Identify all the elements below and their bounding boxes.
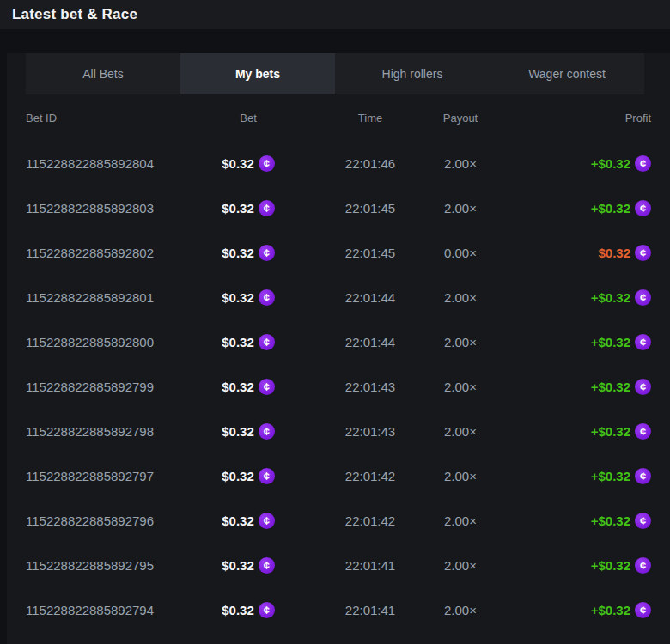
profit-amount: +$0.32: [591, 603, 630, 617]
coin-icon: ¢: [259, 468, 275, 484]
coin-icon: ¢: [259, 557, 275, 574]
bet-cell: $0.32¢: [180, 155, 316, 172]
payout-cell: 2.00×: [424, 290, 496, 305]
time-cell: 22:01:45: [316, 201, 424, 216]
bet-amount: $0.32: [222, 380, 254, 394]
bet-amount: $0.32: [222, 335, 254, 349]
bet-cell: $0.32¢: [180, 602, 316, 618]
tab-wager-contest[interactable]: Wager contest: [490, 53, 644, 94]
profit-cell: +$0.32¢: [496, 334, 651, 350]
bet-cell: $0.32¢: [180, 334, 316, 350]
coin-icon: ¢: [259, 602, 275, 618]
profit-amount: +$0.32: [591, 469, 630, 483]
table-row: 115228822885892799$0.32¢22:01:432.00×+$0…: [7, 364, 670, 409]
tab-bar: All Bets My bets High rollers Wager cont…: [26, 53, 644, 94]
bet-amount: $0.32: [222, 156, 254, 171]
payout-cell: 0.00×: [424, 246, 496, 260]
coin-icon: ¢: [635, 557, 651, 574]
coin-icon: ¢: [259, 423, 275, 440]
coin-icon: ¢: [635, 245, 651, 261]
coin-icon: ¢: [635, 155, 651, 172]
tab-high-rollers[interactable]: High rollers: [335, 53, 490, 94]
bet-id-cell: 115228822885892800: [26, 335, 180, 349]
profit-amount: $0.32: [598, 246, 630, 260]
time-cell: 22:01:41: [316, 603, 424, 617]
payout-cell: 2.00×: [424, 156, 496, 171]
bet-amount: $0.32: [222, 424, 254, 439]
bet-id-cell: 115228822885892802: [26, 246, 180, 260]
bet-table-body: 115228822885892804$0.32¢22:01:462.00×+$0…: [7, 141, 670, 632]
profit-amount: +$0.32: [591, 290, 630, 305]
coin-icon: ¢: [635, 379, 651, 395]
bet-id-cell: 115228822885892795: [26, 558, 180, 573]
profit-cell: $0.32¢: [496, 245, 651, 261]
bet-id-cell: 115228822885892804: [26, 156, 180, 171]
bet-amount: $0.32: [222, 603, 254, 617]
profit-cell: +$0.32¢: [496, 423, 651, 440]
time-cell: 22:01:43: [316, 380, 424, 394]
table-row: 115228822885892798$0.32¢22:01:432.00×+$0…: [7, 409, 670, 453]
coin-icon: ¢: [259, 289, 275, 306]
coin-icon: ¢: [635, 602, 651, 618]
time-cell: 22:01:46: [316, 156, 424, 171]
bet-cell: $0.32¢: [180, 200, 316, 216]
profit-amount: +$0.32: [591, 156, 630, 171]
coin-icon: ¢: [635, 468, 651, 484]
profit-amount: +$0.32: [591, 380, 630, 394]
bet-cell: $0.32¢: [180, 468, 316, 484]
bet-amount: $0.32: [222, 469, 254, 483]
panel-header: Latest bet & Race: [0, 0, 670, 29]
bet-id-cell: 115228822885892798: [26, 424, 180, 439]
tab-all-bets[interactable]: All Bets: [26, 53, 180, 94]
table-row: 115228822885892803$0.32¢22:01:452.00×+$0…: [7, 185, 670, 230]
profit-cell: +$0.32¢: [496, 513, 651, 529]
profit-cell: +$0.32¢: [496, 155, 651, 172]
table-row: 115228822885892801$0.32¢22:01:442.00×+$0…: [7, 275, 670, 319]
time-cell: 22:01:44: [316, 335, 424, 349]
table-row: 115228822885892794$0.32¢22:01:412.00×+$0…: [7, 587, 670, 632]
bet-cell: $0.32¢: [180, 379, 316, 395]
page-title: Latest bet & Race: [12, 6, 137, 23]
bet-id-cell: 115228822885892796: [26, 513, 180, 528]
bet-cell: $0.32¢: [180, 513, 316, 529]
profit-amount: +$0.32: [591, 335, 630, 349]
bet-id-cell: 115228822885892794: [26, 603, 180, 617]
payout-cell: 2.00×: [424, 469, 496, 483]
coin-icon: ¢: [635, 513, 651, 529]
column-header-profit: Profit: [496, 112, 651, 125]
coin-icon: ¢: [259, 379, 275, 395]
profit-cell: +$0.32¢: [496, 602, 651, 618]
profit-cell: +$0.32¢: [496, 379, 651, 395]
payout-cell: 2.00×: [424, 335, 496, 349]
profit-cell: +$0.32¢: [496, 557, 651, 574]
profit-cell: +$0.32¢: [496, 200, 651, 216]
bet-cell: $0.32¢: [180, 245, 316, 261]
table-row: 115228822885892804$0.32¢22:01:462.00×+$0…: [7, 141, 670, 185]
payout-cell: 2.00×: [424, 201, 496, 216]
bet-id-cell: 115228822885892801: [26, 290, 180, 305]
bet-amount: $0.32: [222, 513, 254, 528]
time-cell: 22:01:41: [316, 558, 424, 573]
coin-icon: ¢: [635, 200, 651, 216]
time-cell: 22:01:42: [316, 469, 424, 483]
time-cell: 22:01:44: [316, 290, 424, 305]
bet-id-cell: 115228822885892797: [26, 469, 180, 483]
coin-icon: ¢: [259, 200, 275, 216]
profit-amount: +$0.32: [591, 558, 630, 573]
time-cell: 22:01:43: [316, 424, 424, 439]
bet-id-cell: 115228822885892799: [26, 380, 180, 394]
coin-icon: ¢: [635, 423, 651, 440]
column-header-bet-id: Bet ID: [26, 112, 180, 125]
profit-amount: +$0.32: [591, 513, 630, 528]
bet-id-cell: 115228822885892803: [26, 201, 180, 216]
profit-cell: +$0.32¢: [496, 468, 651, 484]
coin-icon: ¢: [259, 245, 275, 261]
bet-amount: $0.32: [222, 558, 254, 573]
coin-icon: ¢: [259, 155, 275, 172]
profit-cell: +$0.32¢: [496, 289, 651, 306]
latest-bet-race-panel: All Bets My bets High rollers Wager cont…: [7, 53, 670, 644]
tab-my-bets[interactable]: My bets: [180, 53, 335, 94]
payout-cell: 2.00×: [424, 380, 496, 394]
coin-icon: ¢: [635, 289, 651, 306]
table-row: 115228822885892802$0.32¢22:01:450.00×$0.…: [7, 230, 670, 275]
